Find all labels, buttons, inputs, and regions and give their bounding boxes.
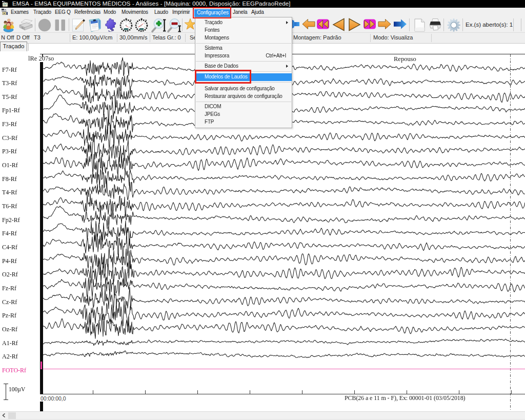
menubar-item-ajuda[interactable]: Ajuda — [249, 8, 267, 17]
channel-label-fp1-rf: Fp1-Rf — [2, 107, 20, 113]
zoom-in-icon[interactable] — [151, 18, 166, 32]
menubar-item-laudo[interactable]: Laudo — [152, 8, 171, 17]
play-forward-icon[interactable] — [348, 18, 363, 32]
menu-item-tra-ado[interactable]: Traçado — [195, 19, 292, 27]
channel-label-oz-rf: Oz-Rf — [2, 326, 17, 332]
time-tick — [41, 390, 41, 394]
channel-label-t4-rf: T4-Rf — [2, 189, 17, 195]
channel-label-o1-rf: O1-Rf — [2, 162, 18, 168]
next-page-icon[interactable] — [377, 18, 393, 32]
time-tick — [302, 390, 302, 394]
time-tick — [459, 390, 459, 394]
pause-icon[interactable] — [54, 18, 69, 32]
channel-label-t6-rf: T6-Rf — [2, 203, 17, 209]
foto-channel-tick — [41, 362, 42, 369]
channel-label-c4-rf: C4-Rf — [2, 244, 17, 250]
time-tick — [354, 390, 355, 394]
speed-gauge-icon[interactable] — [119, 18, 134, 32]
foto-channel-trace — [40, 369, 525, 369]
menu-item-fontes[interactable]: Fontes — [195, 27, 292, 34]
time-tick — [511, 390, 512, 394]
record-icon[interactable] — [37, 18, 53, 32]
channel-label-p3-rf: P3-Rf — [2, 148, 17, 154]
fast-rewind-icon[interactable] — [316, 18, 332, 32]
menubar-item-janela[interactable]: Janela — [230, 8, 250, 17]
prev-page-icon[interactable] — [301, 18, 317, 32]
title-bar: EMSA - EMSA EQUIPAMENTOS MÉDICOS - Análi… — [0, 0, 525, 8]
scrollbar-thumb[interactable] — [8, 412, 16, 419]
speed-gauge-check-icon[interactable] — [134, 18, 150, 32]
menubar-item-imprimir[interactable]: Imprimir — [170, 8, 193, 17]
menu-item-label: Traçado — [205, 19, 223, 25]
print-icon[interactable] — [18, 18, 34, 32]
menu-item-dicom[interactable]: DICOM — [195, 103, 292, 111]
clipboard-icon[interactable] — [87, 18, 103, 32]
channel-label-f7-rf: F7-Rf — [2, 67, 17, 73]
submenu-arrow-icon — [286, 65, 288, 68]
channel-label-t5-rf: T5-Rf — [2, 94, 17, 100]
menu-item-label: Fontes — [205, 27, 219, 33]
tab-tracado[interactable]: Traçado — [0, 42, 27, 51]
fast-forward-icon[interactable] — [363, 18, 378, 32]
window-title: EMSA - EMSA EQUIPAMENTOS MÉDICOS - Análi… — [12, 1, 291, 7]
patients-icon[interactable] — [1, 18, 16, 32]
scale-cap-bottom — [4, 399, 8, 400]
submenu-arrow-icon — [286, 21, 288, 24]
menubar-item-tra-ado[interactable]: Traçado — [31, 8, 54, 17]
scale-cap-top — [4, 384, 8, 384]
menu-item-label: FTP — [205, 119, 214, 125]
condition-label: Repouso — [394, 55, 416, 63]
exam-start-bar-bottom — [40, 402, 43, 411]
scroll-left-arrow-icon[interactable] — [0, 412, 8, 419]
menu-item-label: Base de Dados — [205, 63, 238, 69]
menubar-item-modo[interactable]: Modo — [101, 8, 118, 17]
time-tick — [93, 390, 93, 394]
scale-label: 100µV — [9, 386, 25, 392]
menu-item-salvar-arquivos-de-configura-o[interactable]: Salvar arquivos de configuração — [195, 85, 292, 93]
edit-exam-icon[interactable] — [71, 18, 87, 32]
print-small-icon[interactable] — [429, 18, 444, 32]
menubar-item-eeg-q[interactable]: EEG Q — [52, 8, 73, 17]
zoom-out-icon[interactable] — [167, 18, 182, 32]
open-exams-count: Ex.(s) aberto(s): 1 — [466, 17, 513, 33]
go-last-icon[interactable] — [392, 18, 408, 32]
channel-label-pz-rf: Pz-Rf — [2, 312, 16, 318]
channel-label-p4-rf: P4-Rf — [2, 258, 17, 264]
menubar-item-refer-ncias[interactable]: Referências — [72, 8, 103, 17]
menu-item-impressora[interactable]: ImpressoraCtrl+Alt+I — [195, 52, 292, 60]
annotation-box-configuracoes — [193, 7, 231, 18]
channel-label-cz-rf: Cz-Rf — [2, 299, 17, 305]
menu-item-label: Montagens — [205, 35, 229, 41]
channel-label-f4-rf: F4-Rf — [2, 230, 17, 236]
montage-field: Montagem: Padrão — [293, 33, 341, 43]
menu-item-jpegs[interactable]: JPEGs — [195, 111, 292, 118]
play-back-icon[interactable] — [332, 18, 348, 32]
menubar-item-movimentos[interactable]: Movimentos — [119, 8, 151, 17]
settings-gear-icon[interactable] — [447, 18, 462, 32]
t3-status: T3 — [34, 33, 41, 43]
menu-item-restaurar-arquivos-de-configura-o[interactable]: Restaurar arquivos de configuração — [195, 93, 292, 101]
menu-item-sistema[interactable]: Sistema — [195, 45, 292, 52]
exam-start-bar — [40, 62, 43, 394]
menu-item-base-de-dados[interactable]: Base de Dados — [195, 63, 292, 70]
channel-label-f8-rf: F8-Rf — [2, 176, 17, 182]
menu-item-label: JPEGs — [205, 111, 220, 117]
menu-item-label: DICOM — [205, 104, 221, 109]
menu-item-label: Impressora — [205, 53, 229, 58]
channel-label-c3-rf: C3-Rf — [2, 135, 17, 141]
horizontal-scrollbar[interactable] — [0, 411, 525, 419]
channel-label-f3-rf: F3-Rf — [2, 121, 17, 127]
speed-field: 30,00mm/s — [119, 33, 147, 43]
menu-item-montagens[interactable]: Montagens — [195, 34, 292, 42]
time-tick — [250, 390, 250, 394]
channel-label-foto-rf: FOTO-Rf — [2, 367, 26, 373]
menu-item-shortcut: Ctrl+Alt+I — [266, 52, 286, 60]
new-page-icon[interactable] — [413, 18, 429, 32]
amplitude-scale-bar — [6, 384, 6, 400]
time-tick — [197, 390, 198, 394]
menubar-item-exames[interactable]: Exames — [8, 8, 31, 17]
sensitivity-field: E: 100,00µV/cm — [72, 33, 113, 43]
plugin-puzzle-icon[interactable] — [104, 18, 119, 32]
mode-field: Modo: Visualiza — [373, 33, 413, 43]
menu-item-ftp[interactable]: FTP — [195, 118, 292, 126]
